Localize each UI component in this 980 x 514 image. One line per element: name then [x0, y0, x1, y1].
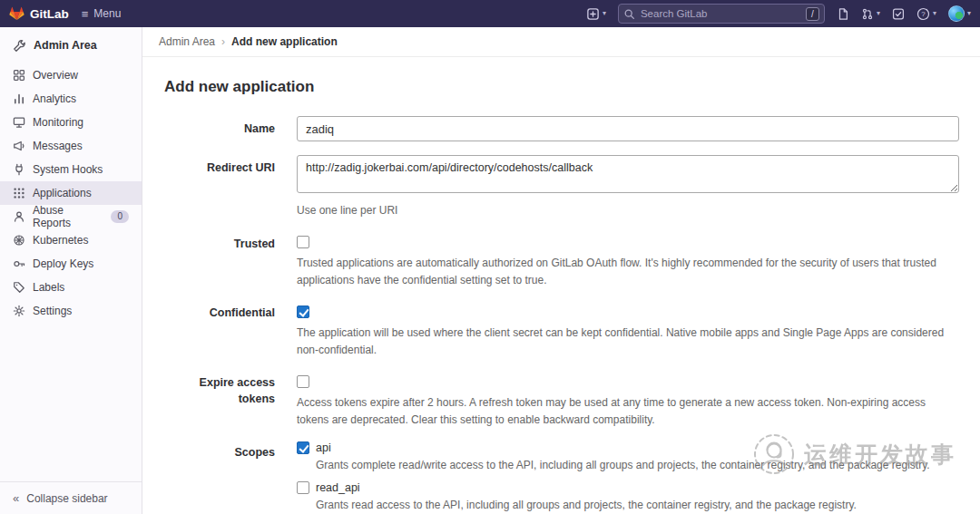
sidebar-item-label: Deploy Keys: [33, 257, 93, 270]
user-menu[interactable]: ▾: [948, 5, 971, 22]
scopes-label: Scopes: [164, 441, 275, 461]
gitlab-tanuki-icon: [9, 6, 24, 21]
confidential-label: Confidential: [164, 302, 275, 322]
form-row-scopes: Scopes api Grants complete read/write ac…: [164, 441, 959, 514]
chevron-down-icon: ▾: [967, 10, 971, 17]
redirect-uri-label: Redirect URI: [164, 155, 275, 177]
document-icon: [837, 7, 849, 21]
sidebar-item-label: Analytics: [33, 92, 76, 105]
breadcrumb-current: Add new application: [231, 35, 338, 48]
gear-icon: [13, 305, 25, 317]
sidebar-item-label: Labels: [33, 281, 64, 294]
collapse-sidebar-label: Collapse sidebar: [26, 492, 107, 505]
form-row-redirect-uri: Redirect URI http://zadig.jokerbai.com/a…: [164, 155, 959, 219]
todo-check-icon: [892, 7, 905, 21]
hamburger-icon: ≡: [82, 8, 89, 20]
scope-read-api-name[interactable]: read_api: [316, 481, 360, 494]
sidebar-menu: Overview Analytics Monitoring Messages S…: [0, 63, 142, 323]
count-badge: 0: [111, 210, 129, 223]
redirect-uri-textarea[interactable]: http://zadig.jokerbai.com/api/directory/…: [297, 155, 959, 193]
sidebar-item-monitoring[interactable]: Monitoring: [0, 111, 142, 134]
collapse-chevrons-icon: «: [13, 491, 19, 505]
sidebar-item-settings[interactable]: Settings: [0, 299, 142, 323]
expire-access-tokens-help: Access tokens expire after 2 hours. A re…: [297, 394, 959, 428]
sidebar-header-admin-area[interactable]: Admin Area: [0, 27, 142, 63]
sidebar-item-label: Kubernetes: [33, 234, 88, 247]
monitor-icon: [13, 116, 25, 129]
sidebar-header-label: Admin Area: [34, 39, 97, 52]
trusted-checkbox[interactable]: [297, 236, 309, 248]
expire-access-tokens-label: Expire access tokens: [164, 372, 275, 407]
top-navbar: GitLab ≡ Menu ▾ /: [0, 0, 980, 27]
global-search[interactable]: /: [618, 4, 825, 24]
sidebar-item-messages[interactable]: Messages: [0, 134, 142, 158]
wrench-icon: [13, 39, 26, 53]
help-icon: ?: [916, 7, 930, 21]
redirect-uri-help: Use one line per URI: [297, 202, 959, 219]
scope-api-name[interactable]: api: [316, 441, 331, 454]
chevron-down-icon: ▾: [603, 10, 606, 17]
confidential-help: The application will be used where the c…: [297, 325, 959, 358]
menu-button[interactable]: ≡ Menu: [82, 7, 122, 20]
issues-button[interactable]: [837, 7, 849, 21]
sidebar-item-label: Monitoring: [33, 116, 83, 129]
confidential-checkbox[interactable]: [297, 305, 309, 318]
sidebar-item-overview[interactable]: Overview: [0, 63, 142, 87]
brand-name: GitLab: [30, 7, 69, 21]
sidebar-item-applications[interactable]: Applications: [0, 181, 142, 205]
bullhorn-icon: [13, 140, 25, 152]
sidebar-item-kubernetes[interactable]: Kubernetes: [0, 228, 142, 252]
sidebar-item-deploy-keys[interactable]: Deploy Keys: [0, 252, 142, 276]
scope-read-api-help: Grants read access to the API, including…: [316, 497, 959, 513]
scope-option-api: api Grants complete read/write access to…: [297, 441, 959, 473]
hook-icon: [13, 163, 25, 176]
overview-icon: [13, 69, 25, 82]
form-row-confidential: Confidential The application will be use…: [164, 302, 959, 358]
form-row-trusted: Trusted Trusted applications are automat…: [164, 233, 959, 289]
sidebar-item-analytics[interactable]: Analytics: [0, 87, 142, 111]
form-row-name: Name: [164, 116, 959, 141]
name-input[interactable]: [297, 116, 959, 141]
sidebar-item-label: Settings: [33, 305, 72, 317]
expire-access-tokens-checkbox[interactable]: [297, 375, 309, 388]
plus-square-icon: [586, 7, 600, 21]
scopes-list: api Grants complete read/write access to…: [297, 441, 959, 514]
sidebar-item-label: Applications: [33, 187, 92, 199]
scope-api-help: Grants complete read/write access to the…: [316, 457, 959, 473]
merge-requests-dropdown[interactable]: ▾: [861, 7, 880, 21]
scope-api-checkbox[interactable]: [297, 441, 309, 454]
sidebar-item-label: Overview: [33, 69, 78, 82]
help-dropdown[interactable]: ? ▾: [916, 7, 936, 21]
breadcrumb-separator-icon: ›: [221, 35, 225, 48]
user-avatar: [948, 5, 965, 22]
chevron-down-icon: ▾: [877, 10, 880, 17]
search-icon: [623, 8, 635, 20]
search-input[interactable]: [641, 8, 800, 19]
sidebar-item-abuse-reports[interactable]: Abuse Reports 0: [0, 205, 142, 228]
chevron-down-icon: ▾: [933, 10, 936, 17]
todos-button[interactable]: [892, 7, 905, 21]
breadcrumb: Admin Area › Add new application: [142, 27, 980, 57]
trusted-help: Trusted applications are automatically a…: [297, 255, 959, 288]
scope-read-api-checkbox[interactable]: [297, 481, 309, 494]
page-content: Add new application Name Redirect URI ht…: [142, 57, 980, 514]
page-title: Add new application: [164, 78, 959, 96]
sidebar-item-labels[interactable]: Labels: [0, 276, 142, 299]
kubernetes-icon: [13, 234, 25, 247]
sidebar-item-system-hooks[interactable]: System Hooks: [0, 158, 142, 181]
collapse-sidebar-button[interactable]: « Collapse sidebar: [0, 481, 142, 514]
admin-sidebar: Admin Area Overview Analytics Monitoring: [0, 27, 142, 514]
svg-text:?: ?: [921, 10, 926, 18]
new-item-dropdown[interactable]: ▾: [586, 7, 606, 21]
sidebar-item-label: Messages: [33, 140, 83, 152]
applications-icon: [13, 187, 25, 199]
breadcrumb-admin-area[interactable]: Admin Area: [159, 35, 215, 48]
gitlab-logo[interactable]: GitLab: [9, 6, 69, 21]
scope-option-read-api: read_api Grants read access to the API, …: [297, 481, 959, 513]
sidebar-item-label: System Hooks: [33, 163, 103, 176]
abuse-report-icon: [13, 210, 25, 223]
name-label: Name: [164, 116, 275, 138]
bar-chart-icon: [13, 92, 25, 105]
key-icon: [13, 257, 25, 270]
menu-label: Menu: [93, 7, 121, 20]
